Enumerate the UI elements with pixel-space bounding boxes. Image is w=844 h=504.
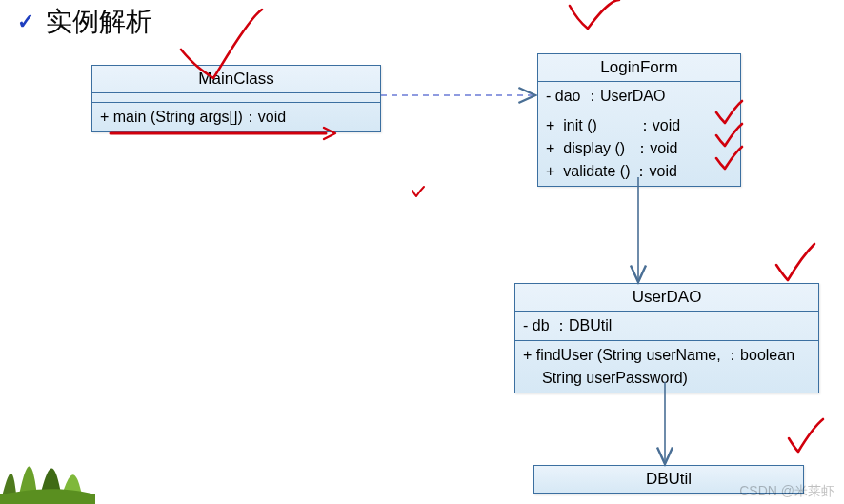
handcheck-dbutil <box>789 419 823 452</box>
class-mainclass-attrs <box>92 93 380 103</box>
class-loginform-attr1: - dao ：UserDAO <box>546 88 665 104</box>
grass-decoration <box>0 437 95 504</box>
watermark: CSDN @米莱虾 <box>739 483 834 500</box>
class-mainclass: MainClass + main (String args[])：void <box>91 65 381 132</box>
check-icon: ✓ <box>17 10 34 34</box>
userdao-op1-line1: + findUser (String userName, ：boolean <box>523 344 811 367</box>
class-mainclass-op1: + main (String args[])：void <box>100 109 286 125</box>
class-userdao-attrs: - db ：DBUtil <box>515 312 818 341</box>
class-loginform-attrs: - dao ：UserDAO <box>538 82 740 111</box>
loginform-op3-ret: ：void <box>633 160 676 183</box>
class-loginform: LoginForm - dao ：UserDAO + init ()：void … <box>537 53 741 187</box>
userdao-op1-line2: String userPassword) <box>523 367 811 390</box>
page-title: 实例解析 <box>46 4 152 40</box>
class-userdao-name: UserDAO <box>515 284 818 312</box>
class-userdao-ops: + findUser (String userName, ：boolean St… <box>515 341 818 393</box>
class-loginform-name: LoginForm <box>538 54 740 82</box>
loginform-op2-ret: ：void <box>634 137 677 160</box>
loginform-op1-ret: ：void <box>637 114 680 137</box>
handcheck-userdao <box>776 244 814 280</box>
class-mainclass-ops: + main (String args[])：void <box>92 103 380 131</box>
class-userdao-attr1: - db ：DBUtil <box>523 317 612 333</box>
loginform-op2: + display () <box>546 137 625 160</box>
loginform-op3: + validate () <box>546 160 630 183</box>
loginform-op1: + init () <box>546 114 597 137</box>
class-mainclass-name: MainClass <box>92 66 380 93</box>
handcheck-loginform-top <box>570 0 619 29</box>
class-loginform-ops: + init ()：void + display ()：void + valid… <box>538 111 740 186</box>
heading-row: ✓ 实例解析 <box>17 4 152 40</box>
class-userdao: UserDAO - db ：DBUtil + findUser (String … <box>514 283 819 393</box>
hand-scribble <box>412 187 424 196</box>
